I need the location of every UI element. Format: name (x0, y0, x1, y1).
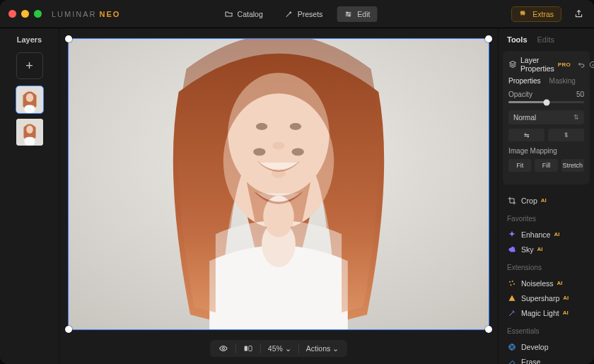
subtab-properties[interactable]: Properties (508, 77, 541, 85)
svg-point-27 (508, 344, 514, 349)
catalog-label: Catalog (238, 10, 263, 18)
flip-horizontal-button[interactable]: ⇋ (508, 129, 544, 141)
tool-enhance[interactable]: EnhanceAI (507, 227, 586, 242)
layers-panel: Layers + (0, 28, 59, 364)
tool-crop[interactable]: CropAI (507, 193, 586, 208)
layer-thumb-1[interactable] (16, 86, 43, 113)
mapping-stretch-button[interactable]: Stretch (561, 159, 584, 172)
logo-text-a: LUMINAR (52, 10, 97, 18)
svg-point-25 (513, 283, 515, 284)
right-panel: Tools Edits Layer Properties PRO Propert… (498, 28, 594, 364)
transform-handle-tr[interactable] (485, 35, 492, 42)
tab-tools[interactable]: Tools (507, 35, 528, 44)
canvas-toolbar: 45% ⌄ Actions ⌄ (210, 340, 347, 357)
opacity-slider[interactable] (508, 101, 584, 103)
cat-favorites: Favorites (507, 215, 586, 223)
pro-badge: PRO (558, 61, 571, 68)
tool-supersharp[interactable]: SupersharpAI (507, 290, 586, 305)
compare-toggle[interactable] (243, 344, 253, 353)
actions-label: Actions ⌄ (306, 344, 339, 353)
tool-sky[interactable]: SkyAI (507, 242, 586, 257)
cat-essentials: Essentials (507, 327, 586, 335)
tool-magiclight[interactable]: Magic LightAI (507, 305, 586, 320)
svg-point-26 (510, 284, 511, 286)
opacity-slider-knob[interactable] (543, 99, 549, 105)
zoom-label: 45% ⌄ (268, 344, 291, 353)
subtab-masking[interactable]: Masking (549, 77, 576, 85)
folder-icon (224, 9, 233, 18)
svg-rect-21 (249, 346, 252, 351)
tool-magiclight-label: Magic Light (521, 309, 559, 317)
cloud-icon (507, 245, 516, 254)
tool-enhance-label: Enhance (521, 230, 550, 239)
magic-icon (507, 308, 516, 317)
close-window-button[interactable] (8, 10, 16, 18)
presets-button[interactable]: Presets (277, 6, 330, 22)
actions-dropdown[interactable]: Actions ⌄ (306, 344, 339, 353)
svg-point-24 (511, 281, 513, 282)
eraser-icon (507, 357, 516, 364)
transform-handle-bl[interactable] (65, 326, 72, 333)
tools-list: CropAI Favorites EnhanceAI SkyAI Extensi… (499, 189, 594, 364)
puzzle-icon (519, 9, 528, 18)
tool-erase-label: Erase (521, 358, 540, 365)
tool-noiseless-label: Noiseless (521, 279, 554, 288)
tool-supersharp-label: Supersharp (521, 294, 559, 303)
tool-crop-label: Crop (521, 196, 537, 205)
triangle-icon (507, 293, 516, 303)
right-tabs: Tools Edits (499, 28, 594, 48)
zoom-dropdown[interactable]: 45% ⌄ (268, 344, 291, 353)
svg-rect-20 (245, 346, 248, 351)
flip-vertical-button[interactable]: ⥮ (548, 129, 584, 141)
opacity-label: Opacity (508, 90, 532, 98)
visibility-toggle[interactable] (219, 344, 228, 353)
transform-frame[interactable] (68, 38, 489, 330)
tool-develop[interactable]: Develop (507, 339, 586, 354)
catalog-button[interactable]: Catalog (217, 6, 270, 22)
share-button[interactable] (571, 7, 586, 21)
transform-handle-br[interactable] (485, 326, 492, 333)
layer-properties-panel: Layer Properties PRO Properties Masking … (503, 51, 590, 184)
tool-sky-label: Sky (521, 245, 534, 254)
info-icon[interactable] (589, 60, 594, 69)
mode-switcher: Catalog Presets Edit (217, 6, 378, 22)
transform-handle-tl[interactable] (65, 35, 72, 42)
svg-point-19 (222, 347, 224, 349)
maximize-window-button[interactable] (34, 10, 42, 18)
add-layer-button[interactable]: + (16, 52, 43, 79)
edit-button[interactable]: Edit (337, 6, 377, 22)
panel-title: Layer Properties (520, 56, 554, 73)
extras-label: Extras (532, 10, 554, 18)
window-controls (8, 10, 42, 18)
app-window: LUMINAR NEO Catalog Presets Edit (0, 0, 594, 364)
sparkle-icon (507, 230, 516, 239)
extras-button[interactable]: Extras (511, 6, 561, 22)
blend-mode-select[interactable]: Normal ⇅ (508, 110, 584, 124)
layer-thumb-2[interactable] (16, 119, 43, 146)
titlebar: LUMINAR NEO Catalog Presets Edit (0, 0, 594, 28)
canvas-area: 45% ⌄ Actions ⌄ (59, 28, 498, 364)
mapping-fit-button[interactable]: Fit (508, 159, 531, 172)
canvas-inner[interactable] (68, 38, 489, 330)
blend-mode-label: Normal (513, 114, 536, 122)
image-mapping-label: Image Mapping (508, 147, 584, 155)
tool-develop-label: Develop (521, 343, 549, 351)
app-logo: LUMINAR NEO (52, 10, 120, 18)
svg-point-6 (26, 126, 33, 134)
chevron-updown-icon: ⇅ (573, 114, 579, 121)
minimize-window-button[interactable] (21, 10, 29, 18)
presets-label: Presets (298, 10, 323, 18)
sliders-icon (344, 9, 353, 18)
tab-edits[interactable]: Edits (537, 35, 554, 44)
opacity-value: 50 (576, 90, 584, 98)
app-body: Layers + (0, 28, 594, 364)
tool-noiseless[interactable]: NoiselessAI (507, 276, 586, 290)
layers-title: Layers (17, 35, 42, 44)
logo-text-b: NEO (100, 10, 121, 18)
cat-extensions: Extensions (507, 264, 586, 271)
mapping-fill-button[interactable]: Fill (535, 159, 557, 172)
undo-icon[interactable] (578, 60, 586, 69)
svg-rect-7 (24, 137, 35, 146)
tool-erase[interactable]: Erase (507, 354, 586, 364)
svg-point-23 (509, 281, 511, 282)
